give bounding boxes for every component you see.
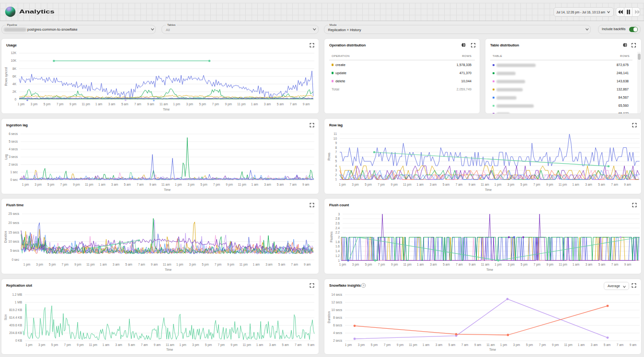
svg-text:?: ?: [363, 284, 365, 287]
